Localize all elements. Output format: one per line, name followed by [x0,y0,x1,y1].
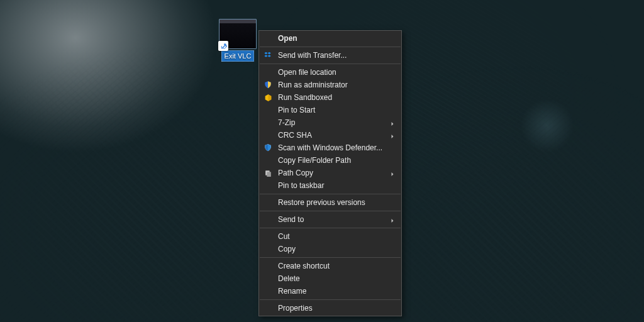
menu-item-label: Restore previous versions [278,196,365,209]
svg-rect-1 [267,172,271,177]
menu-item-rename[interactable]: Rename [259,285,401,297]
menu-item-cut[interactable]: Cut [259,230,401,243]
menu-item-create-shortcut[interactable]: Create shortcut [259,260,401,272]
menu-item-pin-to-start[interactable]: Pin to Start [259,104,401,116]
menu-item-label: Path Copy [278,167,313,179]
menu-item-run-sandboxed[interactable]: Run Sandboxed [259,91,401,104]
menu-item-scan-windows-defender[interactable]: Scan with Windows Defender... [259,142,401,154]
shortcut-arrow-overlay-icon [218,41,228,51]
chevron-right-icon [389,169,396,177]
menu-item-label: CRC SHA [278,129,312,142]
menu-item-7-zip[interactable]: 7-Zip [259,116,401,129]
menu-separator [260,211,401,211]
chevron-right-icon [389,216,396,223]
menu-item-label: Create shortcut [278,260,330,272]
menu-item-label: Rename [278,285,306,297]
menu-item-label: Copy File/Folder Path [278,154,351,167]
menu-item-crc-sha[interactable]: CRC SHA [259,129,401,142]
menu-item-send-to[interactable]: Send to [259,213,401,226]
menu-item-label: Pin to taskbar [278,179,324,192]
menu-item-label: Run Sandboxed [278,91,332,104]
sandboxie-icon [263,92,273,103]
chevron-right-icon [389,119,396,126]
menu-item-label: Properties [278,302,313,314]
menu-separator [260,47,401,47]
menu-separator [260,299,401,300]
menu-item-open-file-location[interactable]: Open file location [259,66,401,79]
menu-item-label: Pin to Start [278,104,315,116]
menu-separator [260,228,401,228]
menu-item-run-as-administrator[interactable]: Run as administrator [259,79,401,91]
menu-item-label: Cut [278,230,290,243]
menu-item-label: Send to [278,213,304,226]
pathcopy-icon [263,168,273,178]
dropbox-icon [263,50,273,60]
shortcut-thumbnail [219,19,257,49]
menu-item-label: 7-Zip [278,116,295,129]
defender-shield-icon [263,143,273,153]
menu-item-path-copy[interactable]: Path Copy [259,167,401,179]
menu-item-properties[interactable]: Properties [259,302,401,314]
menu-item-label: Delete [278,272,300,285]
menu-item-label: Open [278,32,297,45]
menu-item-open[interactable]: Open [259,32,401,45]
menu-item-label: Copy [278,243,296,255]
menu-item-copy-file-folder-path[interactable]: Copy File/Folder Path [259,154,401,167]
menu-item-restore-previous-versions[interactable]: Restore previous versions [259,196,401,209]
menu-item-label: Open file location [278,66,336,79]
menu-item-send-with-transfer[interactable]: Send with Transfer... [259,49,401,62]
menu-separator [260,64,401,64]
menu-separator [260,194,401,194]
menu-item-delete[interactable]: Delete [259,272,401,285]
context-menu: Open Send with Transfer... Open file loc… [258,30,402,316]
menu-item-pin-to-taskbar[interactable]: Pin to taskbar [259,179,401,192]
menu-item-label: Run as administrator [278,79,348,91]
chevron-right-icon [389,131,396,139]
shortcut-label: Exit VLC [221,50,255,62]
menu-item-copy[interactable]: Copy [259,243,401,255]
menu-item-label: Scan with Windows Defender... [278,142,382,154]
menu-separator [260,257,401,258]
desktop-shortcut-exit-vlc[interactable]: Exit VLC [217,19,258,62]
shield-uac-icon [263,80,273,90]
menu-item-label: Send with Transfer... [278,49,347,62]
